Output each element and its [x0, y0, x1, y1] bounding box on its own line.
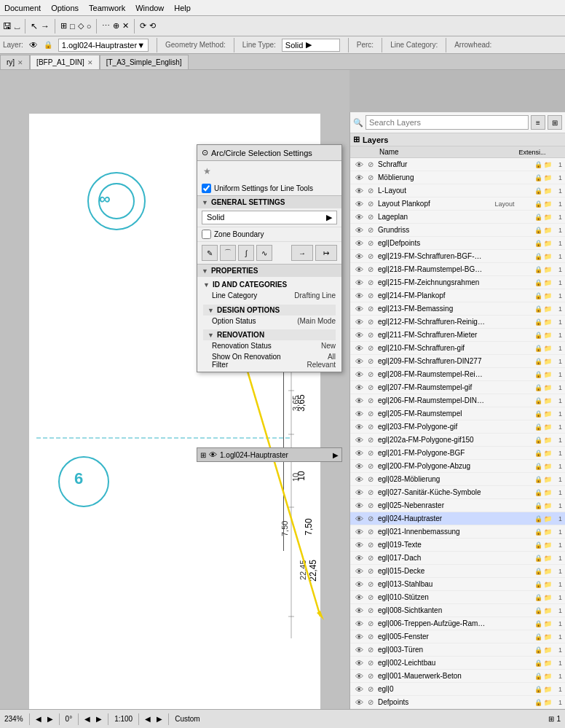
layer-row[interactable]: 👁 ⊘ egl|200-FM-Polygone-Abzug 🔒 📁 1: [350, 460, 565, 473]
layer-eye-14[interactable]: 👁: [353, 344, 365, 353]
layer-folder-icon-28[interactable]: 📁: [544, 528, 552, 536]
toolbar-icon-9[interactable]: ✕: [122, 21, 129, 31]
layer-row[interactable]: 👁 ⊘ egl|213-FM-Bemassing 🔒 📁 1: [350, 302, 565, 316]
layer-row[interactable]: 👁 ⊘ egl|024-Hauptraster 🔒 📁 1: [350, 512, 565, 525]
id-categories-header[interactable]: ▼ ID AND CATEGORIES: [203, 279, 336, 290]
layer-folder-icon-3[interactable]: 📁: [544, 200, 552, 208]
layer-row[interactable]: 👁 ⊘ Schraffur 🔒 📁 1: [350, 158, 565, 171]
layer-row[interactable]: 👁 ⊘ egl|001-Mauerwerk-Beton 🔒 📁 1: [350, 670, 565, 683]
layer-row[interactable]: 👁 ⊘ L-Layout 🔒 📁 1: [350, 184, 565, 197]
layer-row[interactable]: 👁 ⊘ egl|021-Innenbemassung 🔒 📁 1: [350, 525, 565, 539]
layer-lock-icon-25[interactable]: 🔒: [534, 489, 542, 496]
layer-eye-21[interactable]: 👁: [353, 436, 365, 445]
layer-dropdown-arrow[interactable]: ▼: [137, 41, 145, 50]
layer-folder-icon-4[interactable]: 📁: [544, 214, 552, 221]
tab-t3[interactable]: [T_A3_Simple_English]: [100, 55, 189, 69]
layer-folder-icon-22[interactable]: 📁: [544, 450, 552, 457]
layer-lock-icon-10[interactable]: 🔒: [534, 292, 542, 300]
layer-folder-icon-2[interactable]: 📁: [544, 187, 552, 195]
layer-folder-icon-29[interactable]: 📁: [544, 541, 552, 549]
layer-lock-icon-34[interactable]: 🔒: [534, 607, 542, 614]
toolbar-icon-11[interactable]: ⟲: [149, 21, 156, 31]
menu-teamwork[interactable]: Teamwork: [89, 4, 125, 12]
layer-lock-icon-5[interactable]: 🔒: [534, 227, 542, 234]
layer-folder-icon-27[interactable]: 📁: [544, 515, 552, 522]
layer-lock-icon-2[interactable]: 🔒: [534, 187, 542, 195]
layer-row[interactable]: 👁 ⊘ egl|0 🔒 📁 1: [350, 683, 565, 696]
toolbar-icon-6[interactable]: ○: [87, 22, 92, 31]
layer-folder-icon-16[interactable]: 📁: [544, 371, 552, 378]
menu-window[interactable]: Window: [135, 4, 164, 12]
layer-row[interactable]: 👁 ⊘ Grundriss 🔒 📁 1: [350, 224, 565, 237]
layer-lock-icon-29[interactable]: 🔒: [534, 541, 542, 549]
layer-folder-icon-13[interactable]: 📁: [544, 332, 552, 339]
layer-folder-icon-5[interactable]: 📁: [544, 227, 552, 234]
layers-list[interactable]: 👁 ⊘ Schraffur 🔒 📁 1 👁 ⊘ Möblierung 🔒 📁 1…: [350, 158, 565, 709]
layer-eye-25[interactable]: 👁: [353, 488, 365, 497]
layer-folder-icon-20[interactable]: 📁: [544, 423, 552, 431]
layer-folder-icon-18[interactable]: 📁: [544, 397, 552, 404]
layer-eye-20[interactable]: 👁: [353, 423, 365, 431]
layer-row[interactable]: 👁 ⊘ egl|211-FM-Schraffuren-Mieter 🔒 📁 1: [350, 329, 565, 342]
active-layer-bar[interactable]: ⊞ 👁 1.ogl024-Hauptraster ▶: [197, 447, 342, 462]
layer-lock-icon-20[interactable]: 🔒: [534, 423, 542, 431]
layer-eye-16[interactable]: 👁: [353, 370, 365, 379]
layer-row[interactable]: 👁 ⊘ egl|215-FM-Zeichnungsrahmen 🔒 📁 1: [350, 276, 565, 289]
layer-eye-39[interactable]: 👁: [353, 672, 365, 681]
layer-lock-icon-15[interactable]: 🔒: [534, 358, 542, 365]
layer-visibility-eye[interactable]: 👁: [209, 450, 217, 459]
layer-lock-icon-39[interactable]: 🔒: [534, 673, 542, 680]
layer-row[interactable]: 👁 ⊘ egl|015-Decke 🔒 📁 1: [350, 565, 565, 578]
layer-folder-icon-39[interactable]: 📁: [544, 673, 552, 680]
nav-angle-prev[interactable]: ◀: [84, 715, 90, 723]
toolbar-arrow[interactable]: →: [41, 21, 50, 31]
tool-btn-arc[interactable]: ⌒: [220, 245, 236, 261]
layer-eye-35[interactable]: 👁: [353, 619, 365, 628]
layer-eye-27[interactable]: 👁: [353, 514, 365, 523]
renovation-header[interactable]: ▼ RENOVATION: [203, 329, 336, 340]
layer-eye-15[interactable]: 👁: [353, 357, 365, 366]
zone-boundary-checkbox[interactable]: [202, 230, 211, 239]
layer-lock-icon-7[interactable]: 🔒: [534, 253, 542, 260]
layer-folder-icon-23[interactable]: 📁: [544, 463, 552, 470]
layer-row[interactable]: 👁 ⊘ egl|206-FM-Raumstempel-DIN277 🔒 📁 1: [350, 394, 565, 407]
layer-eye-11[interactable]: 👁: [353, 305, 365, 313]
layer-eye-1[interactable]: 👁: [353, 173, 365, 182]
tool-btn-bezier[interactable]: ∿: [256, 245, 272, 261]
line-type-selector[interactable]: Solid ▶: [282, 39, 340, 52]
layer-eye-29[interactable]: 👁: [353, 541, 365, 549]
layer-eye-19[interactable]: 👁: [353, 410, 365, 418]
layer-eye-26[interactable]: 👁: [353, 501, 365, 510]
layer-folder-icon-10[interactable]: 📁: [544, 292, 552, 300]
toolbar-icon-3[interactable]: ⊞: [60, 21, 67, 31]
layer-eye-38[interactable]: 👁: [353, 659, 365, 668]
toolbar-icon-2[interactable]: ⎵: [15, 21, 20, 31]
tool-btn-right[interactable]: →: [291, 245, 313, 261]
layer-row[interactable]: 👁 ⊘ egl|209-FM-Schraffuren-DIN277 🔒 📁 1: [350, 355, 565, 368]
layer-lock-icon-38[interactable]: 🔒: [534, 659, 542, 667]
layer-row[interactable]: 👁 ⊘ egl|212-FM-Schraffuren-Reinigung 🔒 📁…: [350, 316, 565, 329]
layer-row[interactable]: 👁 ⊘ egl|203-FM-Polygone-gif 🔒 📁 1: [350, 420, 565, 434]
menu-help[interactable]: Help: [174, 4, 191, 12]
layer-eye-10[interactable]: 👁: [353, 291, 365, 300]
layer-row[interactable]: 👁 ⊘ egl|202a-FM-Polygone-gif150 🔒 📁 1: [350, 434, 565, 447]
layer-lock-icon-27[interactable]: 🔒: [534, 515, 542, 522]
star-icon[interactable]: ★: [203, 166, 211, 176]
layer-lock-icon-13[interactable]: 🔒: [534, 332, 542, 339]
layer-lock-icon-18[interactable]: 🔒: [534, 397, 542, 404]
layer-folder-icon-6[interactable]: 📁: [544, 240, 552, 247]
layer-folder-icon-41[interactable]: 📁: [544, 699, 552, 706]
layer-visibility-toggle[interactable]: 👁: [29, 40, 38, 50]
layer-eye-0[interactable]: 👁: [353, 160, 365, 169]
layer-eye-24[interactable]: 👁: [353, 475, 365, 484]
layers-grid-view-btn[interactable]: ⊞: [548, 115, 562, 130]
layer-eye-23[interactable]: 👁: [353, 462, 365, 471]
layer-eye-6[interactable]: 👁: [353, 239, 365, 248]
layer-lock-icon-9[interactable]: 🔒: [534, 279, 542, 286]
layer-folder-icon-32[interactable]: 📁: [544, 581, 552, 588]
layer-eye-41[interactable]: 👁: [353, 698, 365, 707]
layer-row[interactable]: 👁 ⊘ egl|008-Sichtkanten 🔒 📁 1: [350, 604, 565, 617]
layer-lock-icon-41[interactable]: 🔒: [534, 699, 542, 706]
layer-folder-icon-17[interactable]: 📁: [544, 384, 552, 391]
design-options-header[interactable]: ▼ DESIGN OPTIONS: [203, 305, 336, 316]
